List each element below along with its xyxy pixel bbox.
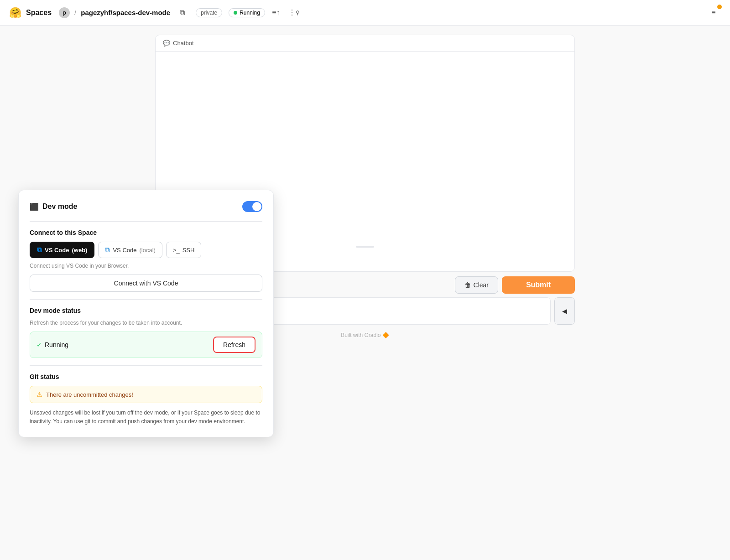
status-running: ✓ Running <box>36 341 68 348</box>
vscode-local-icon: ⧉ <box>105 246 110 254</box>
user-notification-dot <box>717 5 722 9</box>
git-warning-text: There are uncommitted changes! <box>46 391 133 398</box>
clear-label: Clear <box>474 281 489 289</box>
vscode-web-tag: (web) <box>72 247 87 254</box>
queue-icon-button[interactable]: ≡↑ <box>269 5 283 20</box>
dots-icon: ⋮ <box>288 8 296 17</box>
ssh-label: SSH <box>182 247 195 254</box>
connect-buttons: ⧉ VS Code (web) ⧉ VS Code (local) >_ SSH <box>30 242 262 258</box>
vscode-local-label: VS Code <box>113 247 136 254</box>
copy-repo-button[interactable]: ⧉ <box>175 5 189 20</box>
submit-button[interactable]: Submit <box>502 276 575 294</box>
refresh-button[interactable]: Refresh <box>213 337 256 353</box>
ssh-icon: >_ <box>173 247 180 254</box>
spaces-label: Spaces <box>26 9 52 17</box>
connect-vscode-button[interactable]: Connect with VS Code <box>30 275 262 292</box>
git-info-text: Unsaved changes will be lost if you turn… <box>30 409 262 426</box>
collapse-icon: ◀ <box>562 307 567 315</box>
clear-icon: 🗑 <box>464 281 471 289</box>
avatar-text: p <box>63 9 66 16</box>
devmode-icon: ⬛ <box>30 202 39 211</box>
menu-icon: ≡ <box>711 9 715 17</box>
user-name: pagezyhf <box>81 9 110 16</box>
git-warning: ⚠ There are uncommitted changes! <box>30 386 262 403</box>
logo-icon: 🤗 <box>9 7 21 19</box>
chatbot-header: 💬 Chatbot <box>156 35 574 52</box>
devmode-title: Dev mode <box>42 202 77 211</box>
devmode-status-title: Dev mode status <box>30 307 262 314</box>
topnav: 🤗 Spaces p / pagezyhf/spaces-dev-mode ⧉ … <box>0 0 730 26</box>
private-badge: private <box>196 8 222 17</box>
git-status-title: Git status <box>30 373 262 380</box>
vscode-local-button[interactable]: ⧉ VS Code (local) <box>98 242 162 258</box>
check-icon: ✓ <box>36 341 42 348</box>
status-running-label: Running <box>45 341 68 348</box>
running-label: Running <box>240 10 260 16</box>
gradio-footer: Built with Gradio 🔶 <box>341 332 389 338</box>
divider3 <box>30 365 262 366</box>
running-badge: Running <box>229 8 265 17</box>
user-menu-button[interactable]: ≡ <box>706 5 721 20</box>
ssh-button[interactable]: >_ SSH <box>166 242 202 258</box>
running-dot-icon <box>234 11 237 15</box>
devmode-toggle[interactable] <box>242 201 262 212</box>
warning-icon: ⚠ <box>36 391 42 398</box>
chatbot-label: Chatbot <box>173 40 194 47</box>
divider2 <box>30 299 262 300</box>
chatbot-icon: 💬 <box>163 40 170 47</box>
connect-section-title: Connect to this Space <box>30 229 262 236</box>
scroll-hint <box>356 246 374 248</box>
topnav-right: ≡ <box>706 5 721 20</box>
link-icon: ⚲ <box>296 10 300 16</box>
vscode-web-label: VS Code <box>45 247 69 254</box>
vscode-web-button[interactable]: ⧉ VS Code (web) <box>30 242 94 258</box>
more-options-button[interactable]: ⋮ ⚲ <box>287 5 302 20</box>
repo-label: spaces-dev-mode <box>112 9 170 16</box>
vscode-web-icon: ⧉ <box>37 246 42 254</box>
connect-desc: Connect using VS Code in your Browser. <box>30 263 262 269</box>
gradio-icon: 🔶 <box>382 332 389 338</box>
divider1 <box>30 221 262 222</box>
devmode-panel: ⬛ Dev mode Connect to this Space ⧉ VS Co… <box>18 190 274 437</box>
breadcrumb-slash: / <box>74 9 76 16</box>
clear-button[interactable]: 🗑 Clear <box>455 276 498 294</box>
devmode-status-desc: Refresh the process for your changes to … <box>30 320 262 326</box>
main-area: 💬 Chatbot 🗑 Clear Submit ◀ Built with Gr… <box>0 26 730 560</box>
devmode-header: ⬛ Dev mode <box>30 201 262 212</box>
vscode-local-tag: (local) <box>139 247 155 254</box>
collapse-button[interactable]: ◀ <box>554 297 575 325</box>
status-row: ✓ Running Refresh <box>30 332 262 358</box>
repo-name[interactable]: pagezyhf/spaces-dev-mode <box>81 9 170 16</box>
user-avatar[interactable]: p <box>59 7 70 18</box>
devmode-title-group: ⬛ Dev mode <box>30 202 77 211</box>
gradio-text: Built with Gradio <box>341 332 381 338</box>
